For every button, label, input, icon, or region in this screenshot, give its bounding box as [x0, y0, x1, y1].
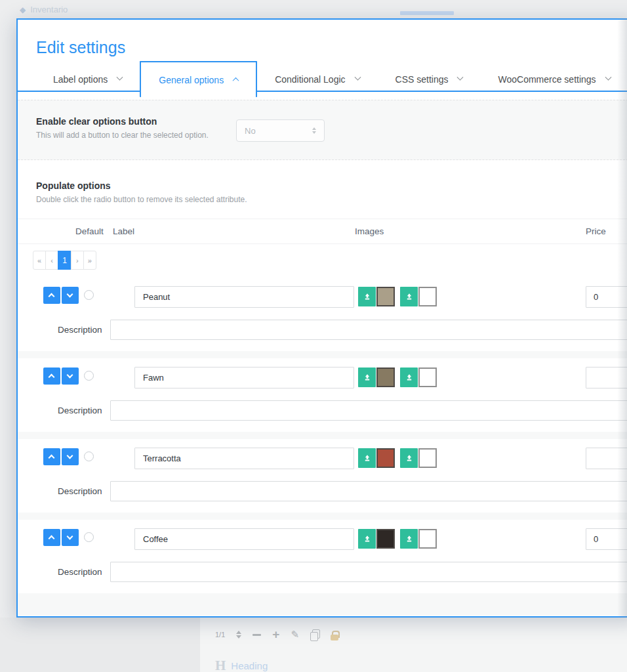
upload-image-button[interactable] — [358, 368, 376, 387]
hover-image-swatch[interactable] — [418, 529, 437, 549]
label-input[interactable] — [134, 286, 354, 308]
image-swatch[interactable] — [376, 287, 395, 306]
description-label: Description — [58, 481, 102, 501]
image-swatch[interactable] — [376, 448, 395, 468]
move-up-button[interactable] — [43, 448, 60, 465]
move-up-button[interactable] — [43, 529, 60, 546]
description-input[interactable] — [110, 320, 627, 340]
heading-icon: H — [215, 659, 226, 672]
description-input[interactable] — [110, 562, 627, 582]
select-arrows-icon — [312, 127, 316, 134]
chevron-down-icon — [67, 291, 73, 298]
hover-image-swatch[interactable] — [418, 448, 437, 468]
move-down-button[interactable] — [62, 368, 79, 385]
tab-css-settings[interactable]: CSS settings — [378, 65, 481, 93]
column-header-label: Label — [113, 226, 134, 236]
options-pagination: «‹1›» — [33, 251, 627, 270]
builder-toolbar: 1/1 + ✎ — [215, 629, 338, 640]
upload-icon — [363, 292, 372, 301]
chevron-icon — [117, 74, 123, 81]
price-input[interactable] — [586, 286, 627, 308]
chevron-icon — [354, 74, 361, 81]
label-input[interactable] — [134, 367, 354, 388]
lock-icon[interactable] — [331, 631, 338, 640]
hover-image-swatch[interactable] — [418, 368, 437, 387]
page-indicator: 1/1 — [215, 631, 225, 639]
description-input[interactable] — [110, 400, 627, 421]
stepper-icon[interactable] — [236, 631, 241, 639]
tab-general-options[interactable]: General options — [140, 61, 257, 97]
backdrop-left-strip — [0, 618, 200, 672]
first-page-button[interactable]: « — [33, 251, 46, 270]
price-input[interactable] — [586, 448, 627, 469]
tab-conditional-logic[interactable]: Conditional Logic — [257, 65, 377, 93]
chevron-up-icon — [49, 455, 55, 461]
zoom-in-icon[interactable]: + — [272, 630, 279, 639]
move-up-button[interactable] — [43, 368, 60, 385]
zoom-out-icon[interactable] — [253, 634, 261, 636]
upload-image-button[interactable] — [358, 287, 376, 306]
option-row: Description — [18, 358, 627, 432]
tab-label-options[interactable]: Label options — [35, 65, 140, 93]
duplicate-icon[interactable] — [310, 629, 319, 640]
upload-hover-image-button[interactable] — [400, 287, 418, 306]
default-radio[interactable] — [84, 290, 94, 300]
description-label: Description — [58, 320, 102, 340]
upload-hover-image-button[interactable] — [400, 368, 418, 387]
tab-label: WooCommerce settings — [498, 74, 596, 85]
clear-options-select-value: No — [245, 126, 256, 136]
chevron-down-icon — [67, 372, 73, 379]
option-row: Description — [18, 520, 627, 593]
populate-options-description: Double click the radio button to remove … — [36, 195, 627, 204]
column-header-images: Images — [355, 226, 384, 236]
price-input[interactable] — [586, 367, 627, 388]
label-input[interactable] — [134, 528, 354, 550]
tab-label: General options — [159, 75, 224, 85]
breadcrumb: ◆ Inventario — [20, 5, 68, 14]
description-label: Description — [58, 562, 102, 582]
last-page-button[interactable]: » — [83, 251, 96, 270]
label-input[interactable] — [134, 448, 354, 469]
description-input[interactable] — [110, 481, 627, 501]
move-down-button[interactable] — [62, 287, 79, 304]
tab-label: Label options — [53, 74, 108, 85]
image-swatch[interactable] — [376, 529, 395, 549]
chevron-down-icon — [67, 453, 73, 459]
move-down-button[interactable] — [62, 529, 79, 546]
upload-image-button[interactable] — [358, 529, 376, 549]
tab-woocommerce-settings[interactable]: WooCommerce settings — [480, 65, 627, 93]
upload-hover-image-button[interactable] — [400, 529, 418, 549]
upload-icon — [405, 292, 414, 301]
upload-icon — [405, 453, 414, 463]
upload-icon — [405, 534, 414, 543]
upload-image-button[interactable] — [358, 448, 376, 468]
chevron-icon — [233, 77, 239, 84]
clear-options-select[interactable]: No — [236, 119, 325, 142]
tab-label: Conditional Logic — [275, 74, 345, 85]
clear-options-section: Enable clear options button This will ad… — [18, 100, 627, 160]
page-number-button[interactable]: 1 — [58, 251, 71, 270]
clear-options-description: This will add a button to clear the sele… — [36, 131, 209, 140]
default-radio[interactable] — [84, 452, 94, 461]
default-radio[interactable] — [84, 371, 94, 381]
chevron-down-icon — [67, 534, 73, 540]
description-label: Description — [58, 400, 102, 421]
chevron-up-icon — [49, 374, 55, 381]
option-row: Description — [18, 278, 627, 351]
edit-settings-modal: Edit settings Label options General opti… — [16, 18, 627, 618]
upload-hover-image-button[interactable] — [400, 448, 418, 468]
heading-element: H Heading — [215, 659, 268, 672]
column-header-default: Default — [75, 226, 104, 236]
image-swatch[interactable] — [376, 368, 395, 387]
edit-pencil-icon[interactable]: ✎ — [291, 629, 299, 640]
price-input[interactable] — [586, 528, 627, 550]
move-up-button[interactable] — [43, 287, 60, 304]
hover-image-swatch[interactable] — [418, 287, 437, 306]
next-page-button[interactable]: › — [71, 251, 84, 270]
move-down-button[interactable] — [62, 448, 79, 465]
prev-page-button[interactable]: ‹ — [45, 251, 58, 270]
option-row: Description — [18, 439, 627, 513]
upload-icon — [363, 453, 372, 463]
heading-element-label: Heading — [231, 660, 268, 671]
default-radio[interactable] — [84, 532, 94, 542]
